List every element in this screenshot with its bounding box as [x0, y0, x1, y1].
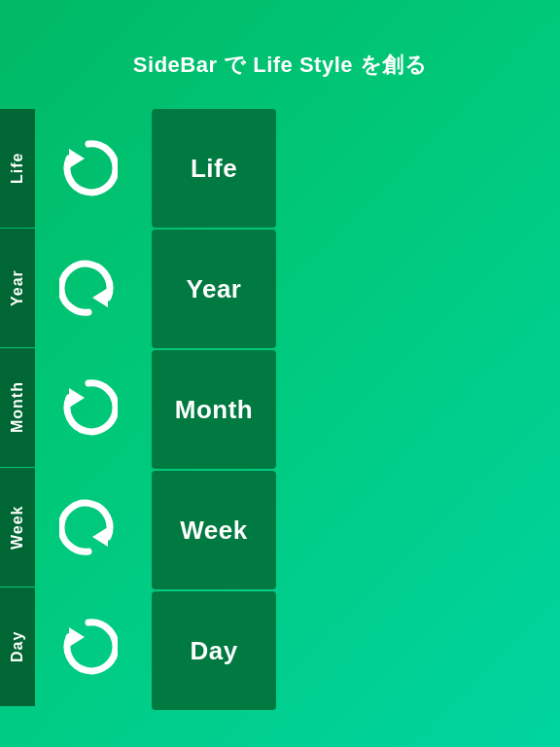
label-year: Year: [187, 274, 242, 304]
week-icon: [59, 498, 118, 556]
icon-column: [35, 109, 132, 712]
sidebar-item-month[interactable]: Month: [0, 348, 35, 467]
page-title: SideBar で Life Style を創る: [0, 0, 560, 109]
life-icon: [59, 139, 118, 197]
day-icon: [59, 618, 118, 676]
svg-marker-2: [69, 388, 85, 408]
sidebar-item-life[interactable]: Life: [0, 109, 35, 228]
sidebar-item-year[interactable]: Year: [0, 229, 35, 347]
icon-cell-year: [40, 229, 137, 347]
sidebar-item-day[interactable]: Day: [0, 587, 35, 706]
month-icon: [59, 378, 118, 437]
label-cell-week[interactable]: Week: [152, 471, 276, 589]
icon-cell-week: [40, 468, 137, 587]
label-cell-day[interactable]: Day: [152, 591, 276, 710]
icon-cell-day: [40, 587, 137, 706]
sidebar-item-week[interactable]: Week: [0, 468, 35, 587]
label-month: Month: [175, 395, 253, 425]
svg-marker-1: [92, 288, 108, 307]
label-life: Life: [191, 154, 237, 184]
main-layout: Life Year Month Week Day: [0, 109, 560, 712]
label-cell-month[interactable]: Month: [152, 350, 276, 469]
label-cell-life[interactable]: Life: [152, 109, 276, 228]
sidebar: Life Year Month Week Day: [0, 109, 35, 712]
svg-marker-4: [69, 627, 85, 647]
icon-cell-life: [40, 109, 137, 228]
icon-cell-month: [40, 348, 137, 467]
label-week: Week: [180, 516, 247, 546]
label-day: Day: [190, 636, 237, 666]
year-icon: [59, 259, 118, 317]
svg-marker-3: [92, 527, 108, 547]
label-column: Life Year Month Week Day: [152, 109, 276, 712]
svg-marker-0: [69, 149, 85, 168]
label-cell-year[interactable]: Year: [152, 230, 276, 348]
